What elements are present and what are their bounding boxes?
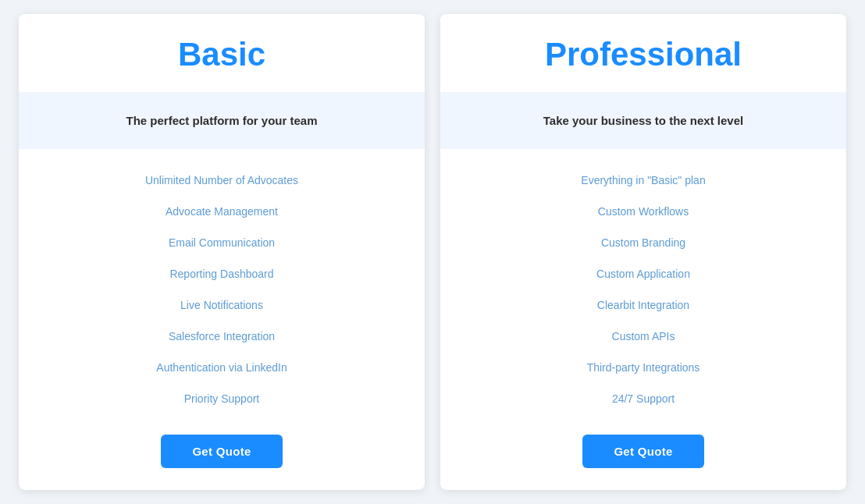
professional-title: Professional: [456, 36, 831, 73]
basic-header: Basic: [19, 14, 425, 92]
basic-subtitle: The perfect platform for your team: [34, 114, 409, 127]
feature-item: Live Notifications: [34, 289, 409, 321]
professional-get-quote-button[interactable]: Get Quote: [582, 435, 703, 468]
feature-item: Salesforce Integration: [34, 321, 409, 352]
feature-item: Custom APIs: [456, 321, 831, 352]
feature-item: Custom Workflows: [456, 196, 831, 227]
feature-item: Custom Application: [456, 258, 831, 289]
professional-footer: Get Quote: [440, 422, 846, 490]
basic-get-quote-button[interactable]: Get Quote: [161, 435, 282, 468]
feature-item: Unlimited Number of Advocates: [34, 165, 409, 196]
professional-header: Professional: [440, 14, 846, 92]
feature-item: Advocate Management: [34, 196, 409, 227]
feature-item: Custom Branding: [456, 227, 831, 258]
professional-subtitle: Take your business to the next level: [456, 114, 831, 127]
feature-item: Clearbit Integration: [456, 289, 831, 321]
basic-title: Basic: [34, 36, 409, 73]
basic-footer: Get Quote: [19, 422, 425, 490]
pricing-container: BasicThe perfect platform for your teamU…: [19, 14, 846, 490]
feature-item: Third-party Integrations: [456, 352, 831, 383]
feature-item: Authentication via LinkedIn: [34, 352, 409, 383]
basic-subtitle-section: The perfect platform for your team: [19, 92, 425, 149]
professional-features: Everything in "Basic" planCustom Workflo…: [440, 149, 846, 422]
pricing-card-basic: BasicThe perfect platform for your teamU…: [19, 14, 425, 490]
pricing-card-professional: ProfessionalTake your business to the ne…: [440, 14, 846, 490]
feature-item: 24/7 Support: [456, 383, 831, 414]
feature-item: Everything in "Basic" plan: [456, 165, 831, 196]
professional-subtitle-section: Take your business to the next level: [440, 92, 846, 149]
feature-item: Priority Support: [34, 383, 409, 414]
feature-item: Email Communication: [34, 227, 409, 258]
feature-item: Reporting Dashboard: [34, 258, 409, 289]
basic-features: Unlimited Number of AdvocatesAdvocate Ma…: [19, 149, 425, 422]
